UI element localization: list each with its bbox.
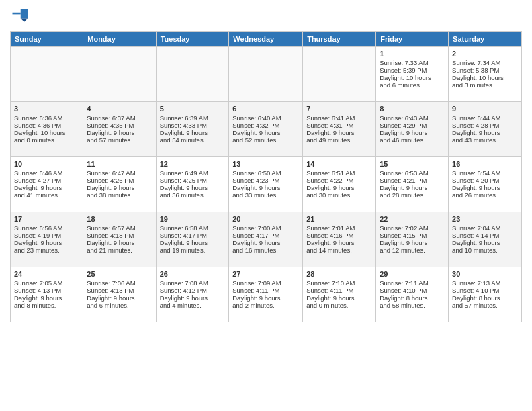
calendar-cell: 29Sunrise: 7:11 AMSunset: 4:10 PMDayligh… (376, 267, 449, 322)
calendar-cell: 21Sunrise: 7:01 AMSunset: 4:16 PMDayligh… (303, 212, 376, 267)
calendar-cell: 19Sunrise: 6:58 AMSunset: 4:17 PMDayligh… (156, 212, 229, 267)
day-number: 16 (452, 160, 518, 168)
day-number: 15 (380, 160, 445, 168)
day-number: 25 (87, 270, 152, 278)
day-info: Daylight: 9 hours (14, 239, 79, 246)
weekday-header: Friday (376, 32, 449, 47)
day-info: Daylight: 8 hours (380, 294, 445, 302)
calendar-cell: 9Sunrise: 6:44 AMSunset: 4:28 PMDaylight… (449, 102, 522, 157)
day-info: and 54 minutes. (160, 136, 226, 144)
day-info: Daylight: 9 hours (160, 294, 226, 302)
day-number: 24 (14, 270, 79, 278)
day-info: and 12 minutes. (380, 246, 445, 254)
day-info: Sunset: 4:13 PM (14, 287, 79, 294)
calendar-cell: 24Sunrise: 7:05 AMSunset: 4:13 PMDayligh… (11, 267, 83, 322)
weekday-header: Sunday (11, 32, 83, 47)
day-info: Sunrise: 6:41 AM (306, 114, 372, 122)
logo-icon (10, 7, 29, 26)
weekday-header: Monday (83, 32, 156, 47)
day-info: Sunrise: 6:54 AM (452, 169, 518, 177)
day-info: Sunrise: 7:11 AM (380, 279, 445, 287)
day-number: 10 (14, 160, 79, 168)
day-info: and 21 minutes. (87, 246, 152, 254)
day-info: and 19 minutes. (160, 246, 226, 254)
day-info: Sunset: 4:28 PM (452, 122, 518, 129)
day-info: Sunset: 4:25 PM (160, 177, 226, 184)
calendar-cell: 15Sunrise: 6:53 AMSunset: 4:21 PMDayligh… (376, 157, 449, 212)
day-number: 26 (160, 270, 226, 278)
day-info: and 30 minutes. (306, 191, 372, 199)
calendar-table: SundayMondayTuesdayWednesdayThursdayFrid… (10, 31, 522, 322)
day-info: and 43 minutes. (452, 136, 518, 144)
day-info: Daylight: 8 hours (452, 294, 518, 302)
day-info: Sunrise: 6:47 AM (87, 169, 152, 177)
day-info: Sunrise: 6:56 AM (14, 224, 79, 232)
day-number: 27 (232, 270, 299, 278)
day-info: Sunrise: 6:50 AM (232, 169, 299, 177)
day-number: 13 (232, 160, 299, 168)
calendar-cell: 18Sunrise: 6:57 AMSunset: 4:18 PMDayligh… (83, 212, 156, 267)
day-info: and 4 minutes. (160, 302, 226, 309)
day-info: Daylight: 9 hours (452, 129, 518, 136)
calendar-cell: 12Sunrise: 6:49 AMSunset: 4:25 PMDayligh… (156, 157, 229, 212)
day-info: Sunrise: 6:53 AM (380, 169, 445, 177)
day-number: 12 (160, 160, 226, 168)
day-info: Daylight: 9 hours (14, 294, 79, 302)
weekday-header: Thursday (303, 32, 376, 47)
calendar-cell: 13Sunrise: 6:50 AMSunset: 4:23 PMDayligh… (229, 157, 303, 212)
weekday-header: Wednesday (229, 32, 303, 47)
day-info: Sunrise: 7:00 AM (232, 224, 299, 232)
logo (10, 7, 32, 26)
day-number: 23 (452, 215, 518, 223)
day-info: Sunset: 4:22 PM (306, 177, 372, 184)
weekday-header: Saturday (449, 32, 522, 47)
day-info: and 46 minutes. (380, 136, 445, 144)
day-info: and 58 minutes. (380, 302, 445, 309)
day-info: Sunset: 4:18 PM (87, 232, 152, 239)
calendar-week-row: 24Sunrise: 7:05 AMSunset: 4:13 PMDayligh… (11, 267, 522, 322)
calendar-cell: 22Sunrise: 7:02 AMSunset: 4:15 PMDayligh… (376, 212, 449, 267)
day-info: and 38 minutes. (87, 191, 152, 199)
day-info: and 23 minutes. (14, 246, 79, 254)
calendar-cell: 27Sunrise: 7:09 AMSunset: 4:11 PMDayligh… (229, 267, 303, 322)
day-info: Daylight: 9 hours (160, 184, 226, 191)
day-info: Sunrise: 6:44 AM (452, 114, 518, 122)
day-info: Sunset: 4:27 PM (14, 177, 79, 184)
day-info: and 2 minutes. (232, 302, 299, 309)
day-info: Sunrise: 7:08 AM (160, 279, 226, 287)
calendar-cell: 26Sunrise: 7:08 AMSunset: 4:12 PMDayligh… (156, 267, 229, 322)
svg-marker-0 (21, 9, 28, 19)
day-info: Sunset: 4:26 PM (87, 177, 152, 184)
day-number: 4 (87, 105, 152, 113)
day-number: 3 (14, 105, 79, 113)
day-info: Sunrise: 6:58 AM (160, 224, 226, 232)
day-number: 2 (452, 50, 518, 58)
day-info: Daylight: 9 hours (380, 184, 445, 191)
day-info: Daylight: 9 hours (232, 294, 299, 302)
calendar-week-row: 17Sunrise: 6:56 AMSunset: 4:19 PMDayligh… (11, 212, 522, 267)
day-number: 20 (232, 215, 299, 223)
calendar-cell: 7Sunrise: 6:41 AMSunset: 4:31 PMDaylight… (303, 102, 376, 157)
calendar-cell: 14Sunrise: 6:51 AMSunset: 4:22 PMDayligh… (303, 157, 376, 212)
day-info: Daylight: 9 hours (306, 294, 372, 302)
day-number: 5 (160, 105, 226, 113)
day-info: Sunset: 4:20 PM (452, 177, 518, 184)
day-info: Sunset: 4:16 PM (306, 232, 372, 239)
day-info: Daylight: 9 hours (306, 184, 372, 191)
header (10, 7, 522, 26)
day-info: Sunrise: 6:39 AM (160, 114, 226, 122)
calendar-cell: 23Sunrise: 7:04 AMSunset: 4:14 PMDayligh… (449, 212, 522, 267)
day-info: Sunrise: 6:37 AM (87, 114, 152, 122)
day-info: Sunset: 5:39 PM (380, 66, 445, 74)
day-number: 22 (380, 215, 445, 223)
day-number: 7 (306, 105, 372, 113)
day-number: 8 (380, 105, 445, 113)
day-number: 30 (452, 270, 518, 278)
calendar-cell: 1Sunrise: 7:33 AMSunset: 5:39 PMDaylight… (376, 47, 449, 102)
day-info: and 10 minutes. (452, 246, 518, 254)
calendar-cell (156, 47, 229, 102)
day-info: Daylight: 9 hours (87, 239, 152, 246)
calendar-week-row: 1Sunrise: 7:33 AMSunset: 5:39 PMDaylight… (11, 47, 522, 102)
day-info: and 16 minutes. (232, 246, 299, 254)
day-info: Sunrise: 6:46 AM (14, 169, 79, 177)
